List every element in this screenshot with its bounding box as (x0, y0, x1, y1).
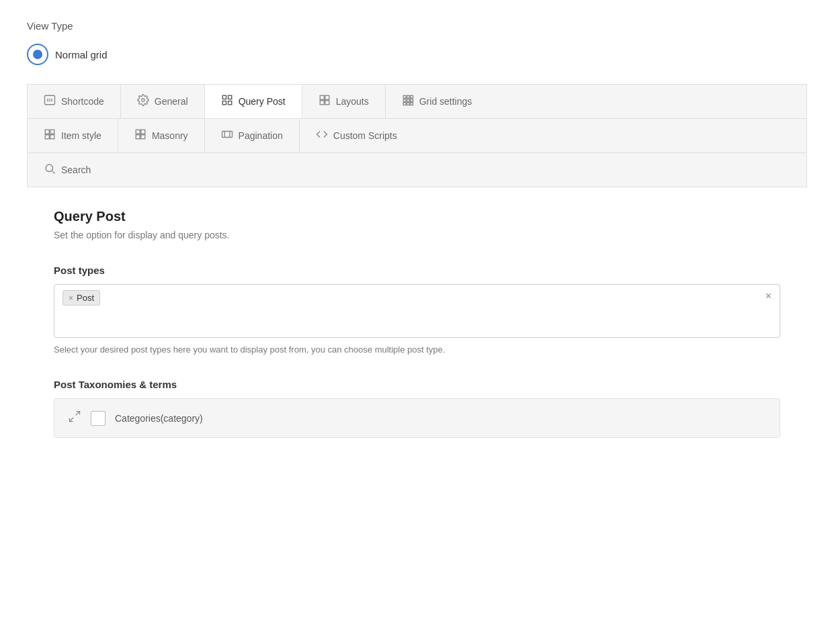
svg-rect-22 (45, 130, 49, 134)
taxonomies-label: Post Taxonomies & terms (54, 379, 780, 390)
tab-query-post[interactable]: Query Post (205, 85, 302, 118)
pagination-icon (221, 128, 233, 143)
item-style-icon (44, 128, 56, 143)
svg-rect-17 (407, 99, 409, 102)
tab-custom-scripts[interactable]: Custom Scripts (300, 119, 413, 152)
view-type-label: View Type (27, 20, 807, 32)
svg-rect-28 (136, 135, 140, 139)
expand-icon[interactable] (68, 410, 81, 426)
normal-grid-radio[interactable] (27, 44, 48, 65)
layouts-icon (319, 94, 331, 109)
tabs-row-2: Item style Masonry Pagin (28, 119, 806, 153)
tab-item-style[interactable]: Item style (28, 119, 118, 152)
svg-rect-6 (228, 95, 231, 99)
svg-line-35 (76, 412, 80, 416)
tab-search-label: Search (61, 165, 91, 175)
svg-rect-11 (320, 101, 324, 105)
svg-rect-8 (228, 101, 231, 105)
svg-rect-15 (410, 95, 413, 98)
svg-line-36 (70, 418, 74, 422)
svg-rect-13 (403, 95, 406, 98)
tab-search[interactable]: Search (28, 153, 107, 187)
tab-query-post-label: Query Post (239, 96, 286, 107)
taxonomy-row: Categories(category) (68, 410, 766, 426)
svg-rect-7 (222, 101, 226, 105)
masonry-icon (134, 128, 147, 143)
post-tag-remove[interactable]: × (69, 293, 73, 303)
svg-rect-20 (407, 103, 409, 105)
tab-grid-settings[interactable]: Grid settings (386, 85, 489, 118)
category-checkbox[interactable] (91, 411, 106, 426)
tab-layouts-label: Layouts (336, 96, 369, 107)
tab-general-label: General (155, 96, 188, 107)
tabs-row-3: Search (28, 153, 806, 187)
gear-icon (137, 94, 149, 109)
tab-pagination[interactable]: Pagination (205, 119, 300, 152)
radio-dot (33, 50, 42, 59)
shortcode-icon (44, 94, 56, 109)
tab-shortcode-label: Shortcode (61, 96, 104, 107)
category-name: Categories(category) (115, 413, 203, 424)
svg-rect-24 (45, 135, 49, 139)
svg-rect-30 (222, 132, 232, 138)
tab-item-style-label: Item style (61, 130, 101, 141)
svg-rect-16 (403, 99, 406, 102)
grid-settings-icon (402, 94, 414, 109)
post-tag[interactable]: × Post (62, 290, 100, 306)
svg-rect-12 (325, 101, 329, 105)
svg-rect-10 (325, 95, 329, 99)
search-icon (44, 163, 56, 177)
normal-grid-label: Normal grid (55, 49, 108, 60)
svg-rect-14 (407, 95, 409, 98)
svg-point-4 (142, 99, 145, 102)
svg-rect-27 (141, 130, 145, 134)
tab-grid-settings-label: Grid settings (419, 96, 472, 107)
taxonomy-box: Categories(category) (54, 398, 780, 438)
post-tag-label: Post (77, 293, 94, 303)
post-types-input[interactable]: × Post × (54, 284, 780, 338)
svg-rect-18 (410, 99, 413, 102)
svg-rect-5 (222, 95, 226, 99)
content-area: Query Post Set the option for display an… (27, 187, 807, 459)
section-title: Query Post (54, 209, 780, 224)
tab-custom-scripts-label: Custom Scripts (333, 130, 397, 141)
svg-rect-9 (320, 95, 324, 99)
svg-rect-21 (410, 103, 413, 105)
svg-line-34 (52, 171, 55, 174)
tab-shortcode[interactable]: Shortcode (28, 85, 121, 118)
post-types-label: Post types (54, 265, 780, 276)
svg-rect-19 (403, 103, 406, 105)
svg-rect-26 (136, 130, 140, 134)
tab-masonry[interactable]: Masonry (118, 119, 205, 152)
tabs-container: Shortcode General Query Post (27, 84, 807, 187)
post-types-hint: Select your desired post types here you … (54, 344, 780, 355)
tabs-row-1: Shortcode General Query Post (28, 85, 806, 119)
clear-all-button[interactable]: × (765, 290, 772, 302)
tab-masonry-label: Masonry (152, 130, 188, 141)
svg-rect-29 (141, 135, 145, 139)
tab-layouts[interactable]: Layouts (302, 85, 386, 118)
code-icon (316, 128, 328, 143)
blocks-icon (221, 94, 233, 109)
svg-rect-25 (50, 135, 54, 139)
tab-general[interactable]: General (121, 85, 205, 118)
tab-pagination-label: Pagination (239, 130, 283, 141)
section-subtitle: Set the option for display and query pos… (54, 230, 780, 240)
svg-point-33 (46, 165, 53, 172)
svg-rect-23 (50, 130, 54, 134)
